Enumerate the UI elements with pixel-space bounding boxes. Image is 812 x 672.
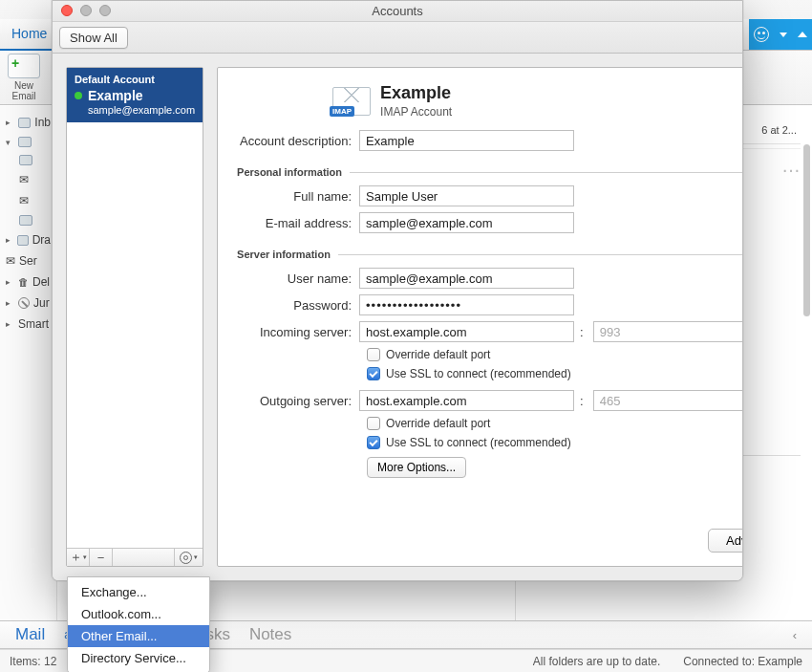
- input-username[interactable]: [359, 268, 574, 289]
- junk-icon: [18, 297, 30, 309]
- input-incoming[interactable]: [359, 321, 574, 342]
- section-personal: Personal information: [237, 166, 342, 178]
- gear-icon: [180, 552, 192, 564]
- sidebar-item[interactable]: [13, 151, 56, 169]
- account-detail-panel: IMAP Example IMAP Account Account descri…: [217, 67, 743, 567]
- scrollbar[interactable]: [803, 144, 810, 316]
- label-description: Account description:: [237, 134, 359, 148]
- close-window-icon[interactable]: [61, 5, 73, 16]
- account-detail-title: Example: [380, 83, 452, 103]
- input-outgoing-port: [593, 390, 743, 411]
- new-email-icon: [8, 54, 40, 78]
- label-ssl-in: Use SSL to connect (recommended): [386, 367, 571, 380]
- add-account-button[interactable]: ＋▾: [67, 549, 90, 566]
- menu-item-outlookcom[interactable]: Outlook.com...: [68, 603, 209, 625]
- chk-outgoing-ssl[interactable]: [367, 436, 380, 449]
- label-password: Password:: [237, 298, 359, 313]
- default-account-label: Default Account: [75, 74, 195, 85]
- folder-icon: [19, 215, 32, 226]
- sidebar-tree-row[interactable]: ▾: [0, 133, 56, 151]
- accounts-titlebar: Accounts: [53, 1, 742, 22]
- input-description[interactable]: [359, 130, 574, 151]
- chk-incoming-override[interactable]: [367, 348, 380, 361]
- label-outgoing: Outgoing server:: [237, 394, 359, 408]
- account-name: Example: [88, 88, 143, 103]
- add-account-menu: Exchange... Outlook.com... Other Email..…: [67, 576, 210, 672]
- minimize-window-icon: [80, 5, 92, 16]
- outlook-sidebar: ▸Inb ▾ ✉︎ ✉︎ ▸Dra ✉︎Ser ▸🗑Del ▸Jur ▸Smar…: [0, 106, 57, 620]
- new-email-button[interactable]: NewEmail: [8, 54, 40, 101]
- folder-icon: [18, 137, 32, 147]
- collapse-ribbon-icon[interactable]: [798, 32, 807, 37]
- account-settings-button[interactable]: ▾: [174, 549, 203, 566]
- chk-outgoing-override[interactable]: [367, 417, 380, 430]
- advanced-button[interactable]: Advanced...: [708, 529, 743, 553]
- account-email: sample@example.com: [88, 104, 195, 116]
- inbox-icon: [18, 118, 32, 128]
- label-incoming: Incoming server:: [237, 325, 359, 339]
- label-override-in: Override default port: [386, 348, 490, 361]
- sidebar-item[interactable]: ▸🗑Del: [0, 271, 56, 293]
- menu-item-exchange[interactable]: Exchange...: [68, 581, 209, 603]
- nav-notes[interactable]: Notes: [249, 625, 291, 644]
- account-detail-header: IMAP Example IMAP Account: [332, 83, 743, 119]
- label-override-out: Override default port: [386, 417, 490, 430]
- sidebar-item[interactable]: ▸Dra: [0, 229, 56, 250]
- chk-incoming-ssl[interactable]: [367, 367, 380, 380]
- account-type-icon: IMAP: [332, 87, 371, 116]
- sidebar-item[interactable]: ✉︎: [13, 190, 56, 211]
- menu-item-directory[interactable]: Directory Service...: [68, 647, 209, 669]
- traffic-lights: [61, 5, 111, 16]
- input-email[interactable]: [359, 212, 574, 233]
- sidebar-item[interactable]: ▸Inb: [0, 112, 56, 133]
- ribbon-tab-home[interactable]: Home: [0, 18, 58, 51]
- ribbon-right-cap: [749, 19, 812, 50]
- label-ssl-out: Use SSL to connect (recommended): [386, 436, 571, 449]
- accounts-toolbar: Show All: [53, 22, 742, 54]
- accounts-list[interactable]: Default Account Example sample@example.c…: [67, 68, 203, 548]
- new-email-label: NewEmail: [11, 80, 35, 101]
- menu-item-other-email[interactable]: Other Email...: [68, 625, 209, 647]
- account-item-selected[interactable]: Default Account Example sample@example.c…: [67, 68, 203, 122]
- folder-icon: [17, 235, 29, 246]
- feedback-menu-icon[interactable]: [780, 33, 787, 37]
- more-options-button[interactable]: More Options...: [367, 457, 466, 478]
- remove-account-button[interactable]: −: [90, 549, 113, 566]
- input-incoming-port: [593, 321, 743, 342]
- status-dot-icon: [75, 92, 82, 99]
- accounts-title: Accounts: [372, 4, 422, 18]
- sidebar-item[interactable]: ▸Jur: [0, 293, 56, 314]
- status-sync: All folders are up to date.: [533, 655, 660, 668]
- accounts-list-panel: Default Account Example sample@example.c…: [66, 67, 203, 567]
- input-password[interactable]: [359, 294, 574, 315]
- sidebar-item[interactable]: ✉︎Ser: [0, 250, 56, 271]
- input-fullname[interactable]: [359, 185, 574, 206]
- folder-icon: [19, 155, 32, 165]
- sidebar-item[interactable]: [13, 211, 56, 229]
- input-outgoing[interactable]: [359, 390, 574, 411]
- sidebar-item[interactable]: ✉︎: [13, 169, 56, 190]
- account-detail-subtitle: IMAP Account: [380, 105, 452, 119]
- nav-mail[interactable]: Mail: [15, 625, 45, 644]
- accounts-list-toolbar: ＋▾ − ▾: [67, 548, 203, 566]
- sidebar-item[interactable]: ▸Smart: [0, 314, 56, 335]
- status-connection: Connected to: Example: [683, 655, 802, 668]
- zoom-window-icon: [99, 5, 111, 16]
- status-items: Items: 12: [10, 655, 56, 668]
- label-username: User name:: [237, 271, 359, 286]
- label-fullname: Full name:: [237, 189, 359, 204]
- accounts-window: Accounts Show All Default Account Exampl…: [52, 0, 743, 581]
- section-server: Server information: [237, 249, 331, 260]
- label-email: E-mail address:: [237, 216, 359, 230]
- feedback-icon[interactable]: [754, 27, 769, 42]
- show-all-button[interactable]: Show All: [59, 27, 128, 49]
